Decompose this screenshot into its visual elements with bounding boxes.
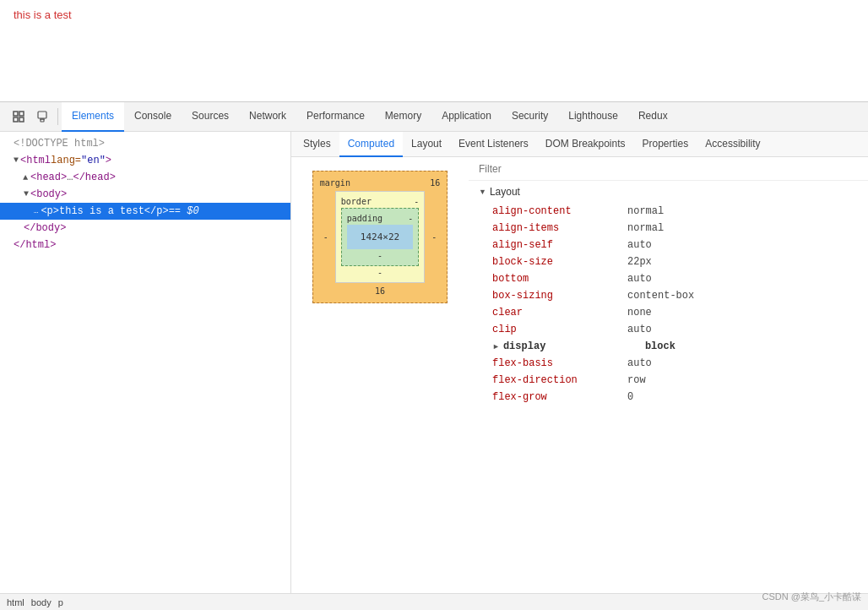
- page-content: this is a test: [0, 0, 868, 30]
- page-text: this is a test: [14, 8, 72, 21]
